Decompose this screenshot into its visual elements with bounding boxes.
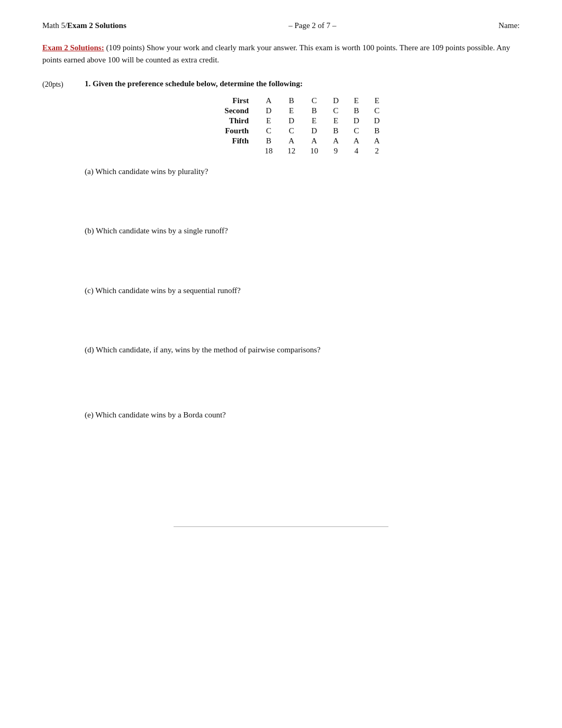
preference-table-wrapper: First A B C D E E Second D E B C B C xyxy=(85,96,520,156)
part-d-text: (d) Which candidate, if any, wins by the… xyxy=(85,345,321,354)
preference-table: First A B C D E E Second D E B C B C xyxy=(217,96,387,156)
part-a-text: (a) Which candidate wins by plurality? xyxy=(85,167,208,176)
solutions-label: Exam 2 Solutions: xyxy=(42,43,104,52)
table-row: Fourth C C D B C B xyxy=(217,126,387,136)
part-b-text: (b) Which candidate wins by a single run… xyxy=(85,226,228,235)
cell: B xyxy=(303,106,325,116)
cell: A xyxy=(257,96,280,106)
cell: A xyxy=(325,136,346,146)
count-cell: 12 xyxy=(280,146,303,156)
cell: D xyxy=(257,106,280,116)
table-row: Third E D E E D D xyxy=(217,116,387,126)
cell: E xyxy=(325,116,346,126)
intro-text: (109 points) Show your work and clearly … xyxy=(42,43,510,64)
points-label: (20pts) xyxy=(42,79,85,421)
part-b: (b) Which candidate wins by a single run… xyxy=(85,225,520,237)
page-number: – Page 2 of 7 – xyxy=(288,21,336,30)
table-row: Second D E B C B C xyxy=(217,106,387,116)
cell: E xyxy=(303,116,325,126)
cell: D xyxy=(325,96,346,106)
question-num: 1. xyxy=(85,79,90,88)
row-label-third: Third xyxy=(217,116,257,126)
part-e-text: (e) Which candidate wins by a Borda coun… xyxy=(85,411,226,419)
cell: B xyxy=(280,96,303,106)
cell: A xyxy=(280,136,303,146)
cell: C xyxy=(367,106,387,116)
cell: A xyxy=(367,136,387,146)
cell: D xyxy=(303,126,325,136)
cell: C xyxy=(346,126,367,136)
page-header: Math 5/Exam 2 Solutions – Page 2 of 7 – … xyxy=(42,21,520,30)
cell: D xyxy=(367,116,387,126)
table-counts-row: 18 12 10 9 4 2 xyxy=(217,146,387,156)
row-label-fifth: Fifth xyxy=(217,136,257,146)
part-a: (a) Which candidate wins by plurality? xyxy=(85,166,520,178)
cell: B xyxy=(346,106,367,116)
cell: E xyxy=(280,106,303,116)
row-label-second: Second xyxy=(217,106,257,116)
course-text: Math 5/ xyxy=(42,21,67,30)
page-divider xyxy=(174,526,388,527)
cell: D xyxy=(346,116,367,126)
row-label-first: First xyxy=(217,96,257,106)
intro-block: Exam 2 Solutions: (109 points) Show your… xyxy=(42,42,520,67)
count-cell: 18 xyxy=(257,146,280,156)
cell: E xyxy=(346,96,367,106)
cell: E xyxy=(367,96,387,106)
table-row: First A B C D E E xyxy=(217,96,387,106)
name-field-label: Name: xyxy=(498,21,520,30)
count-cell: 2 xyxy=(367,146,387,156)
question-1-content: 1. Given the preference schedule below, … xyxy=(85,79,520,421)
cell: B xyxy=(325,126,346,136)
part-c: (c) Which candidate wins by a sequential… xyxy=(85,285,520,297)
row-label-fourth: Fourth xyxy=(217,126,257,136)
question-number: 1. Given the preference schedule below, … xyxy=(85,79,520,88)
cell: A xyxy=(346,136,367,146)
count-cell: 9 xyxy=(325,146,346,156)
part-d: (d) Which candidate, if any, wins by the… xyxy=(85,344,520,356)
cell: D xyxy=(280,116,303,126)
part-e: (e) Which candidate wins by a Borda coun… xyxy=(85,409,520,421)
cell: B xyxy=(257,136,280,146)
cell: C xyxy=(303,96,325,106)
header-title: Math 5/Exam 2 Solutions xyxy=(42,21,126,30)
cell: A xyxy=(303,136,325,146)
cell: C xyxy=(325,106,346,116)
question-stem: Given the preference schedule below, det… xyxy=(93,79,303,88)
question-1-section: (20pts) 1. Given the preference schedule… xyxy=(42,79,520,421)
cell: C xyxy=(280,126,303,136)
count-cell: 4 xyxy=(346,146,367,156)
row-label-counts xyxy=(217,146,257,156)
part-c-text: (c) Which candidate wins by a sequential… xyxy=(85,286,241,295)
cell: C xyxy=(257,126,280,136)
table-row: Fifth B A A A A A xyxy=(217,136,387,146)
count-cell: 10 xyxy=(303,146,325,156)
cell: E xyxy=(257,116,280,126)
cell: B xyxy=(367,126,387,136)
exam-title: Exam 2 Solutions xyxy=(67,21,126,30)
